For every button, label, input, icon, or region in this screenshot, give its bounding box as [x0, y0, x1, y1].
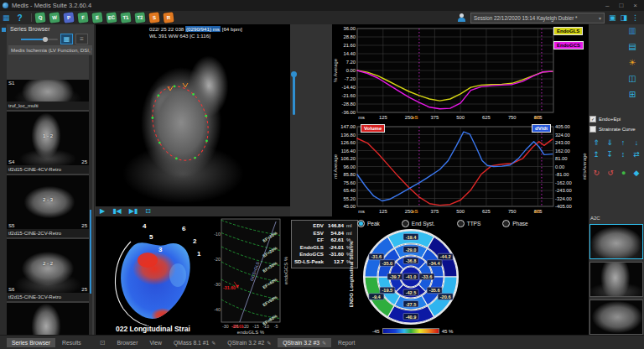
panel-tab-seriesbrowser[interactable]: Series Browser [7, 338, 55, 347]
svg-text:-33.6: -33.6 [422, 274, 433, 279]
strain-3d-model[interactable]: 453621 022 Longitudinal Strai [96, 216, 210, 335]
arrow-icon-2[interactable]: ↑ [621, 138, 626, 147]
help-icon[interactable]: ? [18, 13, 23, 23]
viewport-overlay-text: 022/ 25 22 038 (0290/941) ms [64 bpm] WL… [149, 26, 242, 39]
tool-icon-0[interactable]: ▥ [628, 26, 636, 35]
mode-radio-endsyst[interactable]: End Syst. [402, 220, 435, 227]
zoom-slider[interactable] [293, 74, 295, 115]
svg-text:55.20: 55.20 [343, 196, 356, 201]
result-row: EDV146.84ml [293, 222, 356, 230]
dock-icon[interactable] [2, 28, 6, 32]
app-icon-p[interactable]: P [63, 12, 74, 23]
radio-icon [357, 220, 365, 227]
svg-text:-40: -40 [214, 307, 221, 312]
legend-chip-endogls[interactable]: EndoGLS [553, 27, 583, 35]
app-icon-s[interactable]: S [148, 12, 159, 23]
workflow-tab-report[interactable]: Report [333, 338, 360, 347]
arrow-icon-5[interactable]: ↧ [606, 150, 613, 159]
series-thumbnail[interactable]: S5252 - 3tf2d15-CINE-2CV-Retro [7, 175, 89, 239]
thumbnail-size-slider[interactable] [21, 39, 58, 40]
view-thumbnail-2[interactable] [589, 300, 643, 335]
view-thumbnail-1[interactable] [589, 262, 643, 297]
svg-text:-324.00: -324.00 [555, 196, 572, 201]
svg-text:375: 375 [431, 209, 439, 214]
zoom-slider-handle[interactable] [291, 71, 297, 77]
series-scrollbar[interactable] [89, 55, 92, 335]
arrow-icon-0[interactable]: ⇑ [593, 138, 600, 147]
ef-nomogram-chart[interactable]: -30-25-20-15-10-5-10-20-30-40EF=10%EF=20… [210, 216, 289, 335]
app-icon-t2[interactable]: T2 [134, 12, 145, 23]
tool-icon-2[interactable]: ☀ [629, 58, 636, 67]
result-row: EndoGCS-31.60% [293, 251, 356, 258]
svg-text:65.40: 65.40 [343, 188, 356, 193]
tool-icon-4[interactable]: ⊞ [629, 90, 636, 99]
series-thumbnail[interactable]: S4251 - 2tf2d15-CINE-4CV-Retro [7, 112, 89, 175]
tool-icon-3[interactable]: ◫ [628, 74, 636, 83]
list-view-button[interactable]: ≡ [75, 34, 88, 44]
legend-chip-dvdt[interactable]: dV/dt [532, 124, 551, 133]
restore-session-button[interactable]: ◨ [620, 13, 627, 22]
rotate-icon-1[interactable]: ↺ [607, 169, 614, 177]
app-icon-f[interactable]: F [77, 12, 88, 23]
mode-label: Phase [512, 221, 527, 227]
app-icon-t1[interactable]: T1 [120, 12, 131, 23]
arrow-icon-1[interactable]: ⇓ [606, 138, 613, 147]
close-button[interactable]: × [633, 2, 637, 9]
overflow-menu-icon[interactable]: ⋮ [631, 13, 639, 22]
session-dropdown[interactable]: Session 22/12/2020 15:14 Kayleigh Dubier… [470, 13, 605, 23]
bullseye-plot[interactable]: -19.4-44.2-20.6-40.9-9.4-31.6-29.0-34.4-… [359, 228, 465, 327]
workflow-tab-qstrain323[interactable]: QStrain 3.2 #3✎ [278, 338, 331, 347]
play-button[interactable]: ▶ [100, 207, 105, 216]
series-thumbnail-image: S6252 - 2 [7, 239, 89, 293]
grid-view-button[interactable]: ▦ [60, 34, 73, 44]
app-icon-q[interactable]: Q [34, 12, 45, 23]
arrow-icon-6[interactable]: ↕ [621, 150, 626, 159]
svg-text:-35.0: -35.0 [382, 261, 392, 266]
scrollbar-handle[interactable] [90, 210, 91, 294]
app-icon-w[interactable]: W [49, 12, 60, 23]
next-frame-button[interactable]: ▶▮ [129, 207, 138, 216]
expand-panel-icon[interactable]: ⊡ [100, 339, 106, 346]
layout-grid-icon[interactable]: ▦ [3, 13, 10, 22]
maximize-button[interactable]: □ [619, 2, 623, 9]
volume-time-chart[interactable]: 147.00136.80126.60116.40106.2096.0085.80… [332, 122, 589, 216]
view-thumbnail-0[interactable] [589, 224, 643, 259]
series-frame-count: 25 [81, 159, 87, 164]
arrow-icon-7[interactable]: ⇄ [633, 150, 640, 159]
study-tab[interactable]: Medis Ischemia (LV Function, DSI, T... [8, 45, 92, 55]
app-icon-ec[interactable]: EC [106, 12, 117, 23]
tool-column: ▥▤☀◫⊞ [622, 26, 642, 99]
fit-to-view-button[interactable]: ⊡ [145, 207, 151, 216]
checkbox-strainratecurve[interactable]: Strainrate Curve [589, 126, 643, 133]
checkbox-endoepi[interactable]: ✓Endo+Epi [589, 116, 643, 122]
mode-radio-ttps[interactable]: TTPS [457, 220, 481, 227]
panel-tab-results[interactable]: Results [57, 338, 86, 347]
svg-text:endoGLS %: endoGLS % [237, 330, 265, 335]
rotate-icon-0[interactable]: ↻ [594, 169, 600, 177]
rotate-icon-3[interactable]: ◆ [633, 169, 639, 177]
cine-viewport[interactable]: 022/ 25 22 038 (0290/941) ms [64 bpm] WL… [96, 24, 290, 206]
save-session-button[interactable]: ▣ [609, 13, 616, 22]
workflow-tab-qstrain322[interactable]: QStrain 3.2 #2✎ [222, 338, 276, 347]
legend-chip-volume[interactable]: Volume [361, 124, 385, 133]
rotation-controls: ↻↺●◆ [589, 169, 643, 177]
workflow-tab-browser[interactable]: Browser [112, 338, 143, 347]
minimize-button[interactable]: – [605, 2, 609, 9]
series-thumbnail[interactable]: S6252 - 2tf2d15-CINE-3CV-Retro [7, 239, 89, 303]
tool-icon-1[interactable]: ▤ [628, 42, 636, 51]
mode-radio-phase[interactable]: Phase [502, 220, 527, 227]
arrow-icon-3[interactable]: ↓ [635, 138, 639, 147]
legend-chip-endogcs[interactable]: EndoGCS [553, 41, 584, 49]
series-thumbnail[interactable] [7, 303, 89, 335]
rotate-icon-2[interactable]: ● [621, 169, 626, 177]
workflow-tab-qmass811[interactable]: QMass 8.1 #1✎ [169, 338, 221, 347]
arrow-icon-4[interactable]: ↥ [593, 150, 600, 159]
strain-time-chart[interactable]: 36.0028.8021.6014.407.200.00-7.20-14.40-… [332, 24, 589, 122]
mode-radio-peak[interactable]: Peak [357, 220, 380, 227]
previous-frame-button[interactable]: ▮◀ [112, 207, 122, 216]
medis-suite-window: Medis - Medis Suite 3.2.60.4 – □ × ▦ ? Q… [0, 0, 644, 349]
app-icon-r[interactable]: R [163, 12, 174, 23]
app-icon-e[interactable]: E [91, 12, 102, 23]
series-thumbnail[interactable]: S1truf_loc_multi [7, 80, 89, 112]
workflow-tab-view[interactable]: View [144, 338, 167, 347]
